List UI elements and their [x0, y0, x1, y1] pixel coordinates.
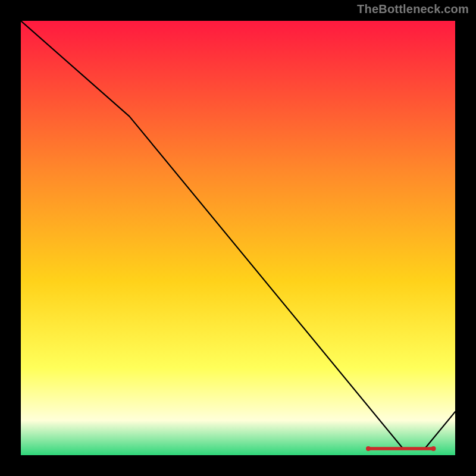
- plot-area: [21, 21, 455, 455]
- optimum-marker-dot-left: [366, 446, 371, 451]
- optimum-marker-dot-right: [431, 446, 436, 451]
- gradient-background: [21, 21, 455, 455]
- chart-frame: TheBottleneck.com: [0, 0, 476, 476]
- attribution-text: TheBottleneck.com: [357, 2, 469, 16]
- chart-svg: [21, 21, 455, 455]
